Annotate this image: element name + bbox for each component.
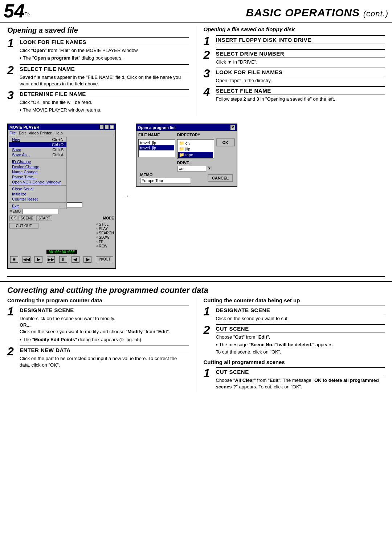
page-number: 54EN (4, 1, 30, 20)
dialog-footer: MEMO CANCEL (138, 171, 235, 185)
menu-save[interactable]: SaveCtrl+S (9, 147, 66, 152)
correcting-step-1: 1 DESIGNATE SCENE Double-click on the sc… (7, 306, 189, 343)
cutting-right: Cutting the counter data being set up 1 … (196, 297, 385, 393)
screenshot-area: MOVIE PLAYER _ □ ✕ File Edit Video Print… (0, 124, 392, 273)
menu-close-serial[interactable]: Close Serial (9, 186, 66, 191)
correcting-step-2: 2 ENTER NEW DATA Click on the part to be… (7, 346, 189, 368)
bottom-section: Correcting and cutting the programmed co… (0, 281, 392, 396)
minimize-button[interactable]: _ (99, 125, 104, 129)
drive-label: DRIVE (177, 161, 214, 165)
opening-saved-file-title: Opening a saved file (7, 26, 189, 35)
ok-button[interactable]: OK (216, 138, 235, 146)
prev-frame-button[interactable]: ◀| (72, 256, 79, 263)
window-titlebar: MOVIE PLAYER _ □ ✕ (8, 124, 115, 130)
window-title: MOVIE PLAYER (9, 125, 39, 129)
dir-item-jlip[interactable]: 📁jlip (178, 146, 213, 152)
inout-button[interactable]: IN/OUT (96, 256, 113, 262)
cutting-all-step-1: 1 CUT SCENE Choose "All Clear" from "Edi… (204, 367, 385, 390)
mode-label: MODE (103, 216, 114, 220)
menu-exit[interactable]: Exit (9, 203, 66, 209)
dir-item-c[interactable]: 📁c:\ (178, 140, 213, 146)
menu-counter-reset[interactable]: Counter Reset (9, 197, 66, 202)
step-3: 3 DETERMINE FILE NAME Click "OK" and the… (7, 89, 189, 114)
step-1: 1 LOOK FOR FILE NAMES Click "Open" from … (7, 37, 189, 62)
timecode-display-2: 00:00:00:00F (46, 250, 77, 254)
prog-list-dialog: Open a program list ✕ FILE NAME travel. … (136, 124, 237, 187)
pause-button[interactable]: II (59, 256, 67, 263)
directory-header: DIRECTORY (177, 133, 214, 138)
cancel-button[interactable]: CANCEL (208, 174, 233, 182)
file-item-1[interactable]: travel. jlp (139, 140, 174, 145)
maximize-button[interactable]: □ (105, 125, 109, 129)
file-name-header: FILE NAME (138, 133, 175, 138)
drive-select-box[interactable]: ≡c: (177, 166, 206, 171)
file-dropdown: NewCtrl+N OpenCtrl+O SaveCtrl+S Save As.… (9, 137, 67, 209)
directory-list[interactable]: 📁c:\ 📁jlip 📁tape (177, 139, 214, 159)
menu-initialize[interactable]: Initialize (9, 191, 66, 197)
file-list[interactable]: travel. jlp travel. jlp (138, 139, 175, 157)
mode-panel: ○STILL ○PLAY ○SEARCH ○SLOW ○FF ○REW (96, 222, 114, 248)
page-title: BASIC OPERATIONS (cont.) (30, 7, 388, 20)
menu-file[interactable]: File (9, 131, 16, 135)
rewind-button[interactable]: ◀◀ (23, 256, 30, 263)
cutting-all-heading: Cutting all programmed scenes (204, 359, 385, 365)
dir-item-tape[interactable]: 📁tape (178, 152, 213, 158)
drive-dropdown-arrow[interactable]: ▼ (207, 166, 212, 171)
ck-button[interactable]: CK (9, 215, 17, 221)
correcting-title: Correcting and cutting the programmed co… (7, 286, 385, 295)
cutting-step-1: 1 DESIGNATE SCENE Click on the scene you… (204, 306, 385, 322)
stop-button[interactable]: ■ (10, 256, 18, 263)
menu-open[interactable]: OpenCtrl+O (9, 142, 66, 147)
dialog-close-button[interactable]: ✕ (230, 125, 235, 130)
file-item-2[interactable]: travel. jlp (139, 145, 174, 150)
memo-input-dialog[interactable] (140, 178, 191, 183)
floppy-step-4: 4 SELECT FILE NAME Follow steps 2 and 3 … (204, 86, 385, 102)
floppy-step-2: 2 SELECT DRIVE NUMBER Click ▼ in "DRIVE"… (204, 49, 385, 65)
movie-player-window: MOVIE PLAYER _ □ ✕ File Edit Video Print… (7, 124, 116, 269)
timecode-row-2: 00:00:00:00F (8, 249, 115, 255)
left-column: Opening a saved file 1 LOOK FOR FILE NAM… (7, 26, 196, 116)
step-2: 2 SELECT FILE NAME Saved file names appe… (7, 64, 189, 87)
cut-out-button[interactable]: CUT OUT (9, 223, 38, 229)
correcting-heading: Correcting the program counter data (7, 297, 189, 303)
play-button[interactable]: ▶ (34, 256, 42, 263)
menu-bar: File Edit Video Printer Help NewCtrl+N O… (8, 130, 115, 136)
menu-open-vcr[interactable]: Open VCR Control Window (9, 179, 66, 185)
player-buttons-row: CK SCENE START MODE (8, 215, 115, 222)
memo-row: MEMO (8, 208, 115, 215)
menu-device-change[interactable]: Device Change (9, 164, 66, 169)
floppy-step-3: 3 LOOK FOR FILE NAMES Open "tape" in the… (204, 68, 385, 84)
menu-name-change[interactable]: Name Change (9, 169, 66, 174)
correcting-left: Correcting the program counter data 1 DE… (7, 297, 196, 393)
floppy-step-1: 1 INSERT FLOPPY DISK INTO DRIVE (204, 35, 385, 47)
menu-help[interactable]: Help (54, 131, 63, 135)
floppy-intro: Opening a file saved on floppy disk (204, 26, 385, 32)
menu-new[interactable]: NewCtrl+N (9, 137, 66, 142)
dialog-body: FILE NAME travel. jlp travel. jlp DIRECT… (136, 131, 237, 186)
menu-video-printer[interactable]: Video Printer (29, 131, 52, 135)
arrow-icon: → (120, 192, 132, 200)
page-header: 54EN BASIC OPERATIONS (cont.) (0, 0, 392, 23)
close-button[interactable]: ✕ (110, 125, 114, 129)
memo-label: MEMO (140, 173, 191, 177)
section-divider (7, 276, 385, 277)
menu-edit[interactable]: Edit (19, 131, 26, 135)
transport-row: ■ ◀◀ ▶ ▶▶ II ◀| |▶ IN/OUT (8, 255, 115, 264)
dialog-title: Open a program list (138, 125, 176, 130)
menu-pause-time[interactable]: Pause Time... (9, 174, 66, 179)
cutting-heading: Cutting the counter data being set up (204, 297, 385, 303)
fast-forward-button[interactable]: ▶▶ (47, 256, 55, 263)
next-frame-button[interactable]: |▶ (83, 256, 91, 263)
menu-save-as[interactable]: Save As...Ctrl+A (9, 152, 66, 157)
right-column: Opening a file saved on floppy disk 1 IN… (196, 26, 385, 116)
scene-button[interactable]: SCENE (19, 215, 35, 221)
menu-id-change[interactable]: ID Change (9, 159, 66, 164)
start-button[interactable]: START (36, 215, 52, 221)
cutting-step-2: 2 CUT SCENE Choose "Cut" from "Edit". Th… (204, 324, 385, 355)
drive-value: ≡c: (179, 166, 184, 171)
main-content: Opening a saved file 1 LOOK FOR FILE NAM… (0, 23, 392, 120)
dialog-titlebar: Open a program list ✕ (136, 124, 237, 131)
memo-input[interactable] (22, 209, 58, 214)
